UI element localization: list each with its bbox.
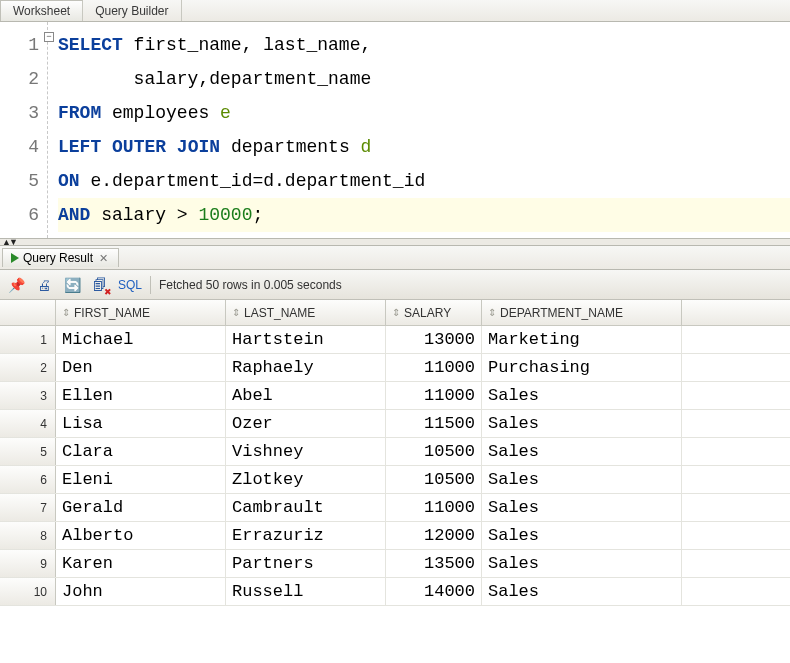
table-row[interactable]: 6EleniZlotkey10500Sales [0,466,790,494]
cell-first-name[interactable]: Michael [56,326,226,353]
cell-department-name[interactable]: Sales [482,522,682,549]
row-number: 10 [0,578,56,605]
cell-department-name[interactable]: Sales [482,410,682,437]
sort-icon[interactable]: ⇕ [232,308,240,318]
status-text: Fetched 50 rows in 0.005 seconds [159,278,342,292]
cell-department-name[interactable]: Sales [482,466,682,493]
cell-salary[interactable]: 13500 [386,550,482,577]
table-row[interactable]: 5ClaraVishney10500Sales [0,438,790,466]
cell-last-name[interactable]: Abel [226,382,386,409]
cell-salary[interactable]: 10500 [386,438,482,465]
grid-header: ⇕ FIRST_NAME ⇕ LAST_NAME ⇕ SALARY ⇕ DEPA… [0,300,790,326]
clear-button[interactable]: 🗐 [90,275,110,295]
column-header-last-name[interactable]: ⇕ LAST_NAME [226,300,386,325]
cell-last-name[interactable]: Vishney [226,438,386,465]
print-button[interactable]: 🖨 [34,275,54,295]
cell-last-name[interactable]: Zlotkey [226,466,386,493]
cell-last-name[interactable]: Hartstein [226,326,386,353]
cell-first-name[interactable]: Alberto [56,522,226,549]
cell-first-name[interactable]: Karen [56,550,226,577]
line-number: 4 [0,130,39,164]
sql-link[interactable]: SQL [118,278,142,292]
row-number-header [0,300,56,325]
cell-first-name[interactable]: Ellen [56,382,226,409]
cell-salary[interactable]: 11000 [386,494,482,521]
row-number: 9 [0,550,56,577]
cell-department-name[interactable]: Marketing [482,326,682,353]
row-number: 4 [0,410,56,437]
cell-salary[interactable]: 10500 [386,466,482,493]
cell-last-name[interactable]: Ozer [226,410,386,437]
sql-editor[interactable]: 1 2 3 4 5 6 − SELECT first_name, last_na… [0,22,790,238]
line-number: 2 [0,62,39,96]
code-line[interactable]: SELECT first_name, last_name, [58,28,790,62]
row-number: 2 [0,354,56,381]
cell-last-name[interactable]: Errazuriz [226,522,386,549]
line-number: 3 [0,96,39,130]
cell-last-name[interactable]: Raphaely [226,354,386,381]
cell-salary[interactable]: 11000 [386,382,482,409]
pane-splitter[interactable]: ▲▼ [0,238,790,246]
cell-first-name[interactable]: Clara [56,438,226,465]
cell-last-name[interactable]: Russell [226,578,386,605]
cell-first-name[interactable]: Gerald [56,494,226,521]
table-row[interactable]: 4LisaOzer11500Sales [0,410,790,438]
tab-worksheet[interactable]: Worksheet [0,0,83,21]
divider [150,276,151,294]
table-row[interactable]: 1MichaelHartstein13000Marketing [0,326,790,354]
cell-salary[interactable]: 11000 [386,354,482,381]
row-number: 8 [0,522,56,549]
line-number: 1 [0,28,39,62]
cell-salary[interactable]: 12000 [386,522,482,549]
cell-salary[interactable]: 11500 [386,410,482,437]
row-number: 6 [0,466,56,493]
table-row[interactable]: 8AlbertoErrazuriz12000Sales [0,522,790,550]
cell-salary[interactable]: 13000 [386,326,482,353]
table-row[interactable]: 7GeraldCambrault11000Sales [0,494,790,522]
editor-tabs: Worksheet Query Builder [0,0,790,22]
cell-department-name[interactable]: Sales [482,438,682,465]
tab-query-result[interactable]: Query Result ✕ [2,248,119,267]
cell-last-name[interactable]: Cambrault [226,494,386,521]
sort-icon[interactable]: ⇕ [488,308,496,318]
code-line[interactable]: LEFT OUTER JOIN departments d [58,130,790,164]
table-row[interactable]: 2DenRaphaely11000Purchasing [0,354,790,382]
cell-department-name[interactable]: Sales [482,578,682,605]
table-row[interactable]: 9KarenPartners13500Sales [0,550,790,578]
code-line[interactable]: ON e.department_id=d.department_id [58,164,790,198]
table-row[interactable]: 3EllenAbel11000Sales [0,382,790,410]
column-header-first-name[interactable]: ⇕ FIRST_NAME [56,300,226,325]
tab-label: Query Result [23,251,93,265]
tab-query-builder[interactable]: Query Builder [83,0,181,21]
cell-department-name[interactable]: Purchasing [482,354,682,381]
column-label: FIRST_NAME [74,306,150,320]
cell-department-name[interactable]: Sales [482,550,682,577]
column-label: LAST_NAME [244,306,315,320]
cell-first-name[interactable]: Den [56,354,226,381]
sort-icon[interactable]: ⇕ [62,308,70,318]
column-header-salary[interactable]: ⇕ SALARY [386,300,482,325]
pin-button[interactable]: 📌 [6,275,26,295]
code-line[interactable]: salary,department_name [58,62,790,96]
row-number: 3 [0,382,56,409]
refresh-button[interactable]: 🔄 [62,275,82,295]
cell-salary[interactable]: 14000 [386,578,482,605]
code-line[interactable]: FROM employees e [58,96,790,130]
cell-department-name[interactable]: Sales [482,382,682,409]
column-label: SALARY [404,306,451,320]
cell-first-name[interactable]: Lisa [56,410,226,437]
code-area[interactable]: − SELECT first_name, last_name, salary,d… [48,22,790,238]
row-number: 7 [0,494,56,521]
cell-first-name[interactable]: John [56,578,226,605]
fold-toggle-icon[interactable]: − [44,32,54,42]
code-line[interactable]: AND salary > 10000; [58,198,790,232]
result-tabs: Query Result ✕ [0,246,790,270]
sort-icon[interactable]: ⇕ [392,308,400,318]
column-header-department-name[interactable]: ⇕ DEPARTMENT_NAME [482,300,682,325]
cell-department-name[interactable]: Sales [482,494,682,521]
table-row[interactable]: 10JohnRussell14000Sales [0,578,790,606]
cell-last-name[interactable]: Partners [226,550,386,577]
close-icon[interactable]: ✕ [97,252,110,265]
cell-first-name[interactable]: Eleni [56,466,226,493]
row-number: 5 [0,438,56,465]
